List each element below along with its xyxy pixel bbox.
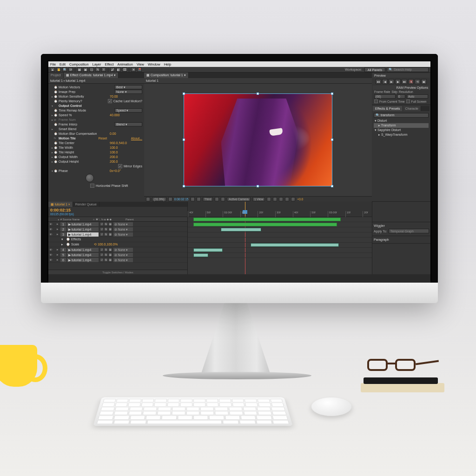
timeline-tracks[interactable]: 40f50f02:00f10f20f30f40f50f03:00f10f20f bbox=[188, 202, 372, 274]
roto-tool-icon[interactable]: ✦ bbox=[131, 67, 136, 72]
transform-handle[interactable] bbox=[183, 93, 185, 95]
parent-dropdown[interactable]: ⊘ None ▾ bbox=[113, 253, 133, 257]
timeline-layer-row[interactable]: 👁▸2▶ tutorial 1.mp4⟋fx▦⊘ None ▾ bbox=[48, 227, 187, 232]
transparency-icon[interactable] bbox=[221, 197, 225, 201]
visibility-toggle[interactable]: 👁 bbox=[48, 248, 53, 251]
from-current-time-checkbox[interactable] bbox=[374, 99, 378, 103]
property-dropdown[interactable]: Blend ▾ bbox=[114, 122, 142, 126]
phase-dial[interactable] bbox=[86, 174, 94, 182]
zoom-tool-icon[interactable]: 🔍 bbox=[62, 67, 67, 72]
tab-composition[interactable]: ▦ Composition: tutorial 1 ▾ bbox=[144, 73, 189, 78]
visibility-toggle[interactable]: 👁 bbox=[48, 253, 53, 257]
property-checkbox[interactable] bbox=[90, 184, 94, 188]
timeline-icon[interactable] bbox=[279, 197, 283, 201]
toggle-switches-modes[interactable]: Toggle Switches / Modes bbox=[48, 270, 187, 274]
full-screen-checkbox[interactable] bbox=[406, 99, 410, 103]
effect-property-row[interactable]: ▸Smart Blend bbox=[48, 126, 144, 131]
layer-property-row[interactable]: ▸⌚ Scale⟲ 100.0,100.0% bbox=[48, 242, 187, 247]
track-row[interactable] bbox=[188, 248, 372, 253]
preview-resolution-dropdown[interactable]: Auto bbox=[407, 94, 428, 99]
tab-project[interactable]: Project bbox=[48, 73, 64, 78]
transform-handle[interactable] bbox=[331, 139, 333, 141]
play-button[interactable]: ▶ bbox=[389, 79, 394, 84]
parent-dropdown[interactable]: ⊘ None ▾ bbox=[113, 227, 133, 231]
pen-tool-icon[interactable]: ✎ bbox=[95, 67, 100, 72]
effect-property-row[interactable]: ⌚Motion Blur Compensation0.00 bbox=[48, 131, 144, 136]
menu-layer[interactable]: Layer bbox=[93, 62, 101, 66]
transform-handle[interactable] bbox=[257, 185, 259, 187]
exposure-value[interactable]: +0.0 bbox=[297, 198, 303, 201]
effect-property-row[interactable]: Horizontal Phase Shift bbox=[48, 183, 144, 188]
menu-help[interactable]: Help bbox=[164, 62, 171, 66]
camera-tool-icon[interactable]: ▦ bbox=[77, 67, 82, 72]
transform-handle[interactable] bbox=[183, 185, 185, 187]
hand-tool-icon[interactable]: ✋ bbox=[56, 67, 61, 72]
last-frame-button[interactable]: ⏭ bbox=[402, 79, 407, 84]
ram-preview-options-label[interactable]: RAM Preview Options bbox=[373, 86, 430, 90]
property-checkbox[interactable]: ✓ bbox=[118, 164, 122, 168]
camera-dropdown[interactable]: Active Camera bbox=[227, 197, 251, 201]
tab-timeline-comp[interactable]: ▦ tutorial 1 × bbox=[48, 202, 73, 207]
skip-dropdown[interactable]: 0 bbox=[397, 94, 405, 99]
ram-preview-button[interactable]: ▣ bbox=[421, 79, 427, 84]
clone-tool-icon[interactable]: ◧ bbox=[116, 67, 121, 72]
track-row[interactable] bbox=[188, 238, 372, 243]
selection-tool-icon[interactable]: ▲ bbox=[50, 67, 55, 72]
track-row[interactable] bbox=[188, 253, 372, 258]
effects-category[interactable]: ▾ Distort bbox=[374, 119, 429, 123]
effect-property-row[interactable]: ▸⌚Speed %40.000 bbox=[48, 112, 144, 117]
snapshot-icon[interactable] bbox=[191, 197, 195, 201]
menu-composition[interactable]: Composition bbox=[69, 62, 89, 66]
layer-bounding-box[interactable] bbox=[184, 93, 332, 186]
effect-item-transform[interactable]: ▸ Transform bbox=[374, 123, 429, 128]
loop-button[interactable]: ⟲ bbox=[415, 79, 420, 84]
transform-handle[interactable] bbox=[257, 93, 259, 95]
effect-property-row[interactable]: ⌚Image PrepNone ▾ bbox=[48, 89, 144, 94]
timeline-layer-row[interactable]: 👁▸5▶ tutorial 1.mp4⟋fx▦⊘ None ▾ bbox=[48, 252, 187, 258]
timeline-layer-row[interactable]: 👁▸4▶ tutorial 1.mp4⟋fx▦⊘ None ▾ bbox=[48, 247, 187, 252]
tab-character[interactable]: Characte bbox=[403, 106, 421, 111]
tab-effect-controls[interactable]: ▦ Effect Controls: tutorial 1.mp4 ▾ bbox=[64, 73, 119, 78]
reset-exposure-icon[interactable] bbox=[291, 197, 295, 201]
view-dropdown[interactable]: 1 View bbox=[252, 197, 265, 201]
visibility-toggle[interactable]: 👁 bbox=[48, 258, 53, 262]
resolution-dropdown[interactable]: Third bbox=[203, 197, 213, 201]
effect-property-row[interactable]: ⌚Frame InterpBlend ▾ bbox=[48, 122, 144, 126]
transform-handle[interactable] bbox=[331, 185, 333, 187]
effect-property-row[interactable]: ⌚Tile Center960.0,540.0 bbox=[48, 140, 144, 145]
track-row[interactable] bbox=[188, 243, 372, 248]
effect-property-row[interactable]: ▸⌚Output Width200.0 bbox=[48, 154, 144, 159]
next-frame-button[interactable]: ▶ bbox=[395, 79, 401, 84]
effect-property-row[interactable]: ▾⌚Phase0x+0.0° bbox=[48, 168, 144, 173]
effect-property-row[interactable]: ⌚Motion VectorsBest ▾ bbox=[48, 85, 144, 89]
effect-property-row[interactable]: ⌚Plenty Memory?✓Cache Last Motion? bbox=[48, 99, 144, 103]
first-frame-button[interactable]: ⏮ bbox=[376, 79, 381, 84]
tab-effects-presets[interactable]: Effects & Presets bbox=[373, 106, 403, 111]
pixel-aspect-icon[interactable] bbox=[267, 197, 271, 201]
current-time-display[interactable]: 0:00:02:15 bbox=[174, 198, 189, 201]
property-dropdown[interactable]: Speed ▾ bbox=[114, 108, 142, 112]
transform-handle[interactable] bbox=[331, 93, 333, 95]
tab-render-queue[interactable]: Render Queue bbox=[73, 202, 99, 207]
roi-icon[interactable] bbox=[215, 197, 219, 201]
layer-duration-bar[interactable] bbox=[193, 253, 208, 257]
property-dropdown[interactable]: Best ▾ bbox=[114, 85, 142, 89]
layer-property-row[interactable]: ▾⌚ Effects bbox=[48, 237, 187, 242]
visibility-toggle[interactable]: 👁 bbox=[48, 223, 53, 226]
menu-effect[interactable]: Effect bbox=[105, 62, 113, 66]
parent-dropdown[interactable]: ⊘ None ▾ bbox=[113, 248, 133, 252]
track-row[interactable] bbox=[188, 232, 372, 238]
pan-behind-tool-icon[interactable]: ▣ bbox=[83, 67, 88, 72]
composition-viewer[interactable] bbox=[144, 84, 372, 196]
effect-property-row[interactable]: ▾Output Control bbox=[48, 103, 144, 108]
effect-property-row[interactable]: ✓Mirror Edges bbox=[48, 164, 144, 168]
brush-tool-icon[interactable]: 🖌 bbox=[110, 67, 115, 72]
mute-button[interactable]: 🔇 bbox=[408, 79, 414, 84]
menu-window[interactable]: Window bbox=[148, 62, 160, 66]
effect-property-row[interactable]: fxMotion TileResetAbout... bbox=[48, 136, 144, 140]
zoom-dropdown[interactable]: (31.9%) bbox=[152, 197, 166, 201]
effect-property-row[interactable]: ▸⌚Motion Sensitivity70.00 bbox=[48, 94, 144, 99]
effects-category[interactable]: ▾ Sapphire Distort bbox=[374, 128, 429, 132]
type-tool-icon[interactable]: T bbox=[101, 67, 106, 72]
visibility-toggle[interactable]: 👁 bbox=[48, 228, 53, 231]
